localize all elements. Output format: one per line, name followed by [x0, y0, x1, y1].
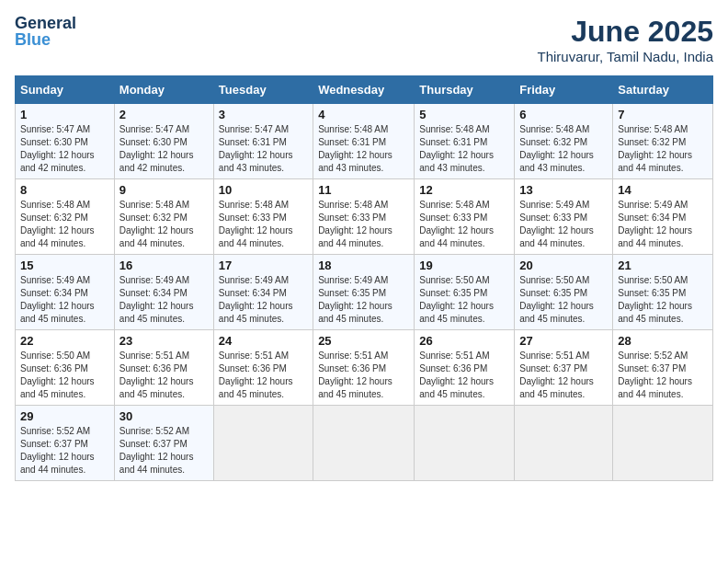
day-number: 15 [20, 259, 109, 272]
calendar-cell [415, 406, 515, 481]
title-area: June 2025 Thiruvarur, Tamil Nadu, India [538, 15, 713, 64]
calendar-cell [515, 406, 613, 481]
calendar-cell: 1 Sunrise: 5:47 AMSunset: 6:30 PMDayligh… [16, 104, 115, 179]
header-row: Sunday Monday Tuesday Wednesday Thursday… [16, 76, 713, 104]
calendar-week-2: 8 Sunrise: 5:48 AMSunset: 6:32 PMDayligh… [16, 179, 713, 255]
day-number: 29 [20, 409, 109, 423]
day-info: Sunrise: 5:51 AMSunset: 6:36 PMDaylight:… [419, 350, 494, 399]
col-monday: Monday [114, 76, 213, 104]
day-info: Sunrise: 5:50 AMSunset: 6:35 PMDaylight:… [419, 275, 494, 324]
calendar-cell: 19 Sunrise: 5:50 AMSunset: 6:35 PMDaylig… [415, 255, 515, 330]
header: GeneralBlue June 2025 Thiruvarur, Tamil … [15, 15, 713, 64]
calendar-cell: 9 Sunrise: 5:48 AMSunset: 6:32 PMDayligh… [114, 179, 213, 255]
day-info: Sunrise: 5:52 AMSunset: 6:37 PMDaylight:… [119, 426, 194, 475]
day-info: Sunrise: 5:51 AMSunset: 6:36 PMDaylight:… [119, 350, 194, 399]
day-number: 21 [618, 259, 708, 272]
day-number: 9 [119, 183, 209, 197]
col-thursday: Thursday [415, 76, 515, 104]
day-info: Sunrise: 5:50 AMSunset: 6:35 PMDaylight:… [519, 275, 594, 324]
calendar-cell [313, 406, 415, 481]
calendar-cell: 30 Sunrise: 5:52 AMSunset: 6:37 PMDaylig… [114, 406, 213, 481]
day-number: 27 [519, 334, 608, 348]
calendar-cell: 5 Sunrise: 5:48 AMSunset: 6:31 PMDayligh… [415, 104, 515, 179]
day-info: Sunrise: 5:47 AMSunset: 6:30 PMDaylight:… [20, 124, 95, 173]
day-info: Sunrise: 5:49 AMSunset: 6:34 PMDaylight:… [119, 275, 194, 324]
col-friday: Friday [515, 76, 613, 104]
day-info: Sunrise: 5:49 AMSunset: 6:34 PMDaylight:… [20, 275, 95, 324]
day-info: Sunrise: 5:47 AMSunset: 6:30 PMDaylight:… [119, 124, 194, 173]
day-info: Sunrise: 5:48 AMSunset: 6:33 PMDaylight:… [219, 200, 293, 248]
day-number: 7 [618, 108, 708, 121]
day-info: Sunrise: 5:52 AMSunset: 6:37 PMDaylight:… [618, 350, 692, 399]
calendar-cell: 2 Sunrise: 5:47 AMSunset: 6:30 PMDayligh… [114, 104, 213, 179]
calendar-week-4: 22 Sunrise: 5:50 AMSunset: 6:36 PMDaylig… [16, 330, 713, 406]
calendar-cell: 7 Sunrise: 5:48 AMSunset: 6:32 PMDayligh… [613, 104, 713, 179]
calendar-cell: 23 Sunrise: 5:51 AMSunset: 6:36 PMDaylig… [114, 330, 213, 406]
day-number: 2 [119, 108, 209, 121]
calendar-cell: 25 Sunrise: 5:51 AMSunset: 6:36 PMDaylig… [313, 330, 415, 406]
day-number: 16 [119, 259, 209, 272]
calendar-cell: 13 Sunrise: 5:49 AMSunset: 6:33 PMDaylig… [515, 179, 613, 255]
day-info: Sunrise: 5:51 AMSunset: 6:37 PMDaylight:… [519, 350, 594, 399]
day-info: Sunrise: 5:48 AMSunset: 6:32 PMDaylight:… [519, 124, 594, 173]
day-info: Sunrise: 5:49 AMSunset: 6:33 PMDaylight:… [519, 200, 594, 248]
calendar-cell: 11 Sunrise: 5:48 AMSunset: 6:33 PMDaylig… [313, 179, 415, 255]
day-number: 17 [219, 259, 308, 272]
day-number: 28 [618, 334, 708, 348]
day-number: 11 [318, 183, 409, 197]
logo-blue: Blue [15, 30, 51, 49]
calendar-week-5: 29 Sunrise: 5:52 AMSunset: 6:37 PMDaylig… [16, 406, 713, 481]
day-info: Sunrise: 5:48 AMSunset: 6:31 PMDaylight:… [318, 124, 392, 173]
calendar-cell: 26 Sunrise: 5:51 AMSunset: 6:36 PMDaylig… [415, 330, 515, 406]
day-number: 4 [318, 108, 409, 121]
calendar-cell: 6 Sunrise: 5:48 AMSunset: 6:32 PMDayligh… [515, 104, 613, 179]
day-info: Sunrise: 5:51 AMSunset: 6:36 PMDaylight:… [219, 350, 293, 399]
day-number: 1 [20, 108, 109, 121]
day-number: 13 [519, 183, 608, 197]
logo-text: GeneralBlue [15, 15, 76, 48]
day-number: 26 [419, 334, 509, 348]
calendar-cell [613, 406, 713, 481]
col-wednesday: Wednesday [313, 76, 415, 104]
day-info: Sunrise: 5:50 AMSunset: 6:35 PMDaylight:… [618, 275, 692, 324]
day-info: Sunrise: 5:48 AMSunset: 6:32 PMDaylight:… [20, 200, 95, 248]
calendar-cell: 29 Sunrise: 5:52 AMSunset: 6:37 PMDaylig… [16, 406, 115, 481]
calendar-cell: 17 Sunrise: 5:49 AMSunset: 6:34 PMDaylig… [213, 255, 313, 330]
calendar-cell: 28 Sunrise: 5:52 AMSunset: 6:37 PMDaylig… [613, 330, 713, 406]
calendar-cell: 20 Sunrise: 5:50 AMSunset: 6:35 PMDaylig… [515, 255, 613, 330]
logo: GeneralBlue [15, 15, 76, 48]
calendar-week-3: 15 Sunrise: 5:49 AMSunset: 6:34 PMDaylig… [16, 255, 713, 330]
day-info: Sunrise: 5:49 AMSunset: 6:34 PMDaylight:… [618, 200, 692, 248]
day-number: 6 [519, 108, 608, 121]
calendar-cell: 12 Sunrise: 5:48 AMSunset: 6:33 PMDaylig… [415, 179, 515, 255]
calendar-cell: 14 Sunrise: 5:49 AMSunset: 6:34 PMDaylig… [613, 179, 713, 255]
calendar-table: Sunday Monday Tuesday Wednesday Thursday… [15, 75, 713, 481]
calendar-cell: 18 Sunrise: 5:49 AMSunset: 6:35 PMDaylig… [313, 255, 415, 330]
calendar-cell: 24 Sunrise: 5:51 AMSunset: 6:36 PMDaylig… [213, 330, 313, 406]
day-info: Sunrise: 5:52 AMSunset: 6:37 PMDaylight:… [20, 426, 95, 475]
day-number: 30 [119, 409, 209, 423]
calendar-cell: 10 Sunrise: 5:48 AMSunset: 6:33 PMDaylig… [213, 179, 313, 255]
day-info: Sunrise: 5:49 AMSunset: 6:34 PMDaylight:… [219, 275, 293, 324]
day-number: 20 [519, 259, 608, 272]
day-number: 5 [419, 108, 509, 121]
day-number: 18 [318, 259, 409, 272]
col-saturday: Saturday [613, 76, 713, 104]
calendar-cell: 21 Sunrise: 5:50 AMSunset: 6:35 PMDaylig… [613, 255, 713, 330]
day-number: 8 [20, 183, 109, 197]
location: Thiruvarur, Tamil Nadu, India [538, 49, 713, 64]
day-info: Sunrise: 5:49 AMSunset: 6:35 PMDaylight:… [318, 275, 392, 324]
day-info: Sunrise: 5:48 AMSunset: 6:32 PMDaylight:… [618, 124, 692, 173]
day-number: 14 [618, 183, 708, 197]
col-sunday: Sunday [16, 76, 115, 104]
calendar-cell: 3 Sunrise: 5:47 AMSunset: 6:31 PMDayligh… [213, 104, 313, 179]
day-info: Sunrise: 5:50 AMSunset: 6:36 PMDaylight:… [20, 350, 95, 399]
calendar-cell: 8 Sunrise: 5:48 AMSunset: 6:32 PMDayligh… [16, 179, 115, 255]
day-number: 10 [219, 183, 308, 197]
month-title: June 2025 [538, 15, 713, 49]
day-info: Sunrise: 5:48 AMSunset: 6:32 PMDaylight:… [119, 200, 194, 248]
calendar-cell: 16 Sunrise: 5:49 AMSunset: 6:34 PMDaylig… [114, 255, 213, 330]
day-number: 23 [119, 334, 209, 348]
day-info: Sunrise: 5:48 AMSunset: 6:33 PMDaylight:… [419, 200, 494, 248]
calendar-cell: 4 Sunrise: 5:48 AMSunset: 6:31 PMDayligh… [313, 104, 415, 179]
